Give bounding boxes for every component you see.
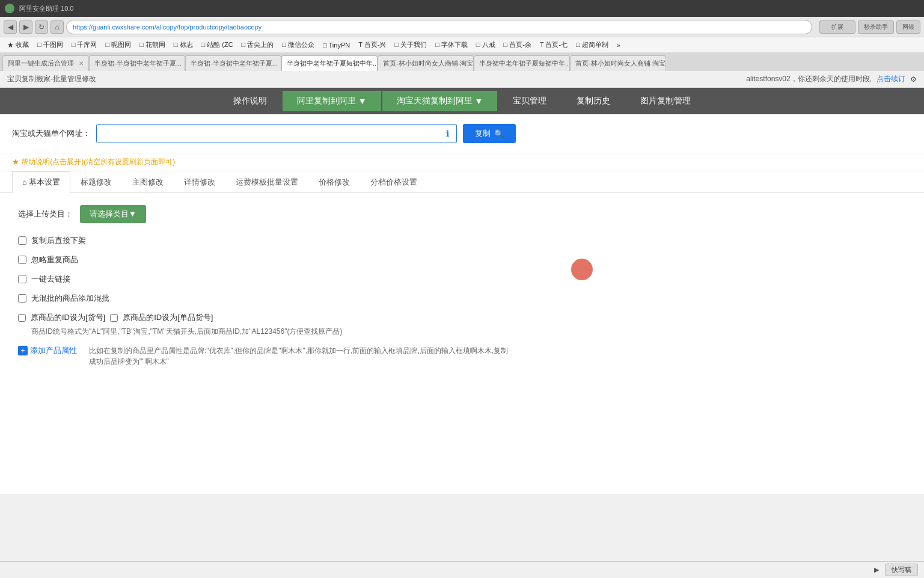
tab-price-edit[interactable]: 价格修改 — [308, 171, 360, 192]
url-label: 淘宝或天猫单个网址： — [12, 128, 90, 139]
url-input-wrap: ℹ — [96, 124, 457, 143]
bookmark-huachao[interactable]: □ 花朝网 — [136, 39, 169, 51]
nav-ali-to-ali-label: 阿里复制到阿里 — [297, 96, 356, 106]
checkbox-product-id-2[interactable] — [110, 314, 118, 322]
checkbox-ignore-duplicate-label: 忽略重复商品 — [31, 254, 78, 265]
checkbox-row-0: 复制后直接下架 — [18, 235, 906, 246]
attr-description: 比如在复制的商品里产品属性是品牌:"优衣库";但你的品牌是"啊木木",那你就加一… — [89, 345, 510, 367]
bookmarks-bar: ★ 收藏 □ 千图网 □ 千库网 □ 昵图网 □ 花朝网 □ 标志 □ 站酷 (… — [0, 37, 924, 53]
tab-0-label: 阿里一键生成后台管理 — [8, 59, 74, 68]
bookmark-shejianleft[interactable]: □ 舌尖上的 — [238, 39, 278, 51]
bookmark-qiantu[interactable]: □ 千图网 — [34, 39, 67, 51]
add-attr-link[interactable]: + 添加产品属性 — [18, 345, 77, 356]
checkbox-add-batch[interactable] — [18, 294, 26, 303]
bookmark-bajie[interactable]: □ 八戒 — [473, 39, 499, 51]
address-bar[interactable] — [66, 20, 812, 34]
tab-5[interactable]: 半身裙中老年裙子夏短裙中年... ✕ — [474, 55, 570, 71]
checkbox-remove-link[interactable] — [18, 275, 26, 283]
url-area: 淘宝或天猫单个网址： ℹ 复制 🔍 — [0, 114, 924, 153]
checkbox-ignore-duplicate[interactable] — [18, 256, 26, 264]
tab-main-image[interactable]: 主图修改 — [122, 171, 174, 192]
nav-taobao-to-ali[interactable]: 淘宝天猫复制到阿里 ▼ — [382, 91, 498, 111]
url-input[interactable] — [97, 125, 438, 143]
browser-title: 阿里安全助理 10.0 — [19, 4, 73, 13]
category-button[interactable]: 请选择类目▼ — [80, 205, 146, 223]
checkbox-product-id-1[interactable] — [18, 314, 26, 322]
nav-instructions-label: 操作说明 — [233, 96, 267, 106]
bookmark-wechat[interactable]: □ 微信公众 — [278, 39, 318, 51]
renew-link[interactable]: 点击续订 — [877, 74, 905, 84]
checkbox-row-1: 忽略重复商品 — [18, 254, 906, 265]
category-row: 选择上传类目： 请选择类目▼ — [18, 205, 906, 223]
tab-6[interactable]: 首页-林小姐时尚女人商铺-淘宝... ✕ — [570, 55, 666, 71]
tab-0[interactable]: 阿里一键生成后台管理 ✕ — [2, 55, 89, 71]
tab-0-close[interactable]: ✕ — [79, 60, 84, 67]
tab-shipping-template-label: 运费模板批量设置 — [236, 177, 298, 188]
bookmark-more[interactable]: » — [613, 40, 624, 50]
product-id-note: 商品ID统号格式为"AL"阿里,"TB"淘宝,"TM"天猫开头,后面加商品ID,… — [18, 327, 906, 337]
tab-shipping-template[interactable]: 运费模板批量设置 — [225, 171, 308, 192]
checkbox-offline[interactable] — [18, 236, 26, 245]
bookmark-font[interactable]: □ 字体下载 — [432, 39, 471, 51]
settings-icon[interactable]: ⚙ — [910, 75, 917, 84]
tab-1[interactable]: 半身裙-半身裙中老年裙子夏... ✕ — [89, 55, 185, 71]
tab-2[interactable]: 半身裙-半身裙中老年裙子夏... ✕ — [185, 55, 281, 71]
bookmark-tinypn[interactable]: □ TinyPN — [319, 40, 353, 50]
refresh-button[interactable]: ↻ — [35, 20, 48, 34]
extensions-button[interactable]: 扩展 — [819, 20, 855, 34]
top-info-bar: 宝贝复制搬家-批量管理修改 alitestfonsv02，你还剩余天的使用时段,… — [0, 71, 924, 88]
nav-copy-history[interactable]: 复制历史 — [562, 91, 625, 111]
page-title: 宝贝复制搬家-批量管理修改 — [7, 74, 96, 84]
tab-3-label: 半身裙中老年裙子夏短裙中年... — [287, 59, 378, 68]
forward-button[interactable]: ▶ — [19, 20, 32, 34]
nav-product-mgmt[interactable]: 宝贝管理 — [498, 91, 561, 111]
product-id-row: 原商品的ID设为[货号] 原商品的ID设为[单品货号] — [18, 312, 906, 323]
product-id-label-1: 原商品的ID设为[货号] — [31, 312, 105, 323]
network-button[interactable]: 网银 — [896, 20, 920, 34]
bookmark-nitu[interactable]: □ 昵图网 — [102, 39, 135, 51]
nav-instructions[interactable]: 操作说明 — [219, 91, 281, 111]
help-link[interactable]: ★ 帮助说明(点击展开)(清空所有设置刷新页面即可) — [12, 158, 175, 166]
nav-ali-to-ali[interactable]: 阿里复制到阿里 ▼ — [283, 91, 381, 111]
tab-title-edit[interactable]: 标题修改 — [70, 171, 122, 192]
tab-tier-price[interactable]: 分档价格设置 — [360, 171, 427, 192]
bookmark-logo[interactable]: □ 标志 — [170, 39, 197, 51]
checkbox-offline-label: 复制后直接下架 — [31, 235, 86, 246]
tab-tier-price-label: 分档价格设置 — [370, 177, 417, 188]
bookmark-about[interactable]: □ 关于我们 — [391, 39, 430, 51]
bookmark-home1[interactable]: T 首页-兴 — [355, 39, 390, 51]
top-info-right: alitestfonsv02，你还剩余天的使用时段, 点击续订 ⚙ — [746, 74, 917, 84]
home-button[interactable]: ⌂ — [50, 20, 64, 34]
bookmark-qianku[interactable]: □ 千库网 — [68, 39, 101, 51]
checkbox-row-3: 无混批的商品添加混批 — [18, 293, 906, 304]
bookmark-zcool[interactable]: □ 站酷 (ZC — [198, 39, 237, 51]
user-info-text: alitestfonsv02，你还剩余天的使用时段, — [746, 74, 872, 84]
tab-4[interactable]: 首页-林小姐时尚女人商铺-淘宝... ✕ — [378, 55, 474, 71]
nav-ali-to-ali-arrow: ▼ — [358, 96, 367, 106]
nav-image-copy-label: 图片复制管理 — [640, 96, 691, 106]
nav-taobao-to-ali-label: 淘宝天猫复制到阿里 — [397, 96, 473, 106]
tab-6-label: 首页-林小姐时尚女人商铺-淘宝... — [575, 59, 666, 68]
search-icon: 🔍 — [494, 129, 504, 138]
search-button[interactable]: 复制 🔍 — [463, 124, 516, 143]
nav-image-copy[interactable]: 图片复制管理 — [626, 91, 705, 111]
tab-basic-settings-label: 基本设置 — [29, 177, 60, 188]
tab-1-label: 半身裙-半身裙中老年裙子夏... — [94, 59, 182, 68]
back-button[interactable]: ◀ — [4, 20, 17, 34]
url-info-icon[interactable]: ℹ — [438, 125, 456, 143]
bookmark-favorites[interactable]: ★ 收藏 — [4, 39, 32, 51]
page-content: 宝贝复制搬家-批量管理修改 alitestfonsv02，你还剩余天的使用时段,… — [0, 71, 924, 494]
helper-button[interactable]: 秒杀助手 — [858, 20, 894, 34]
tab-3[interactable]: 半身裙中老年裙子夏短裙中年... ✕ — [281, 55, 378, 71]
add-attr-row: + 添加产品属性 比如在复制的商品里产品属性是品牌:"优衣库";但你的品牌是"啊… — [18, 345, 906, 367]
tab-bar: 阿里一键生成后台管理 ✕ 半身裙-半身裙中老年裙子夏... ✕ 半身裙-半身裙中… — [0, 53, 924, 71]
home-icon: ⌂ — [22, 178, 26, 186]
bookmark-home2[interactable]: □ 首页-余 — [500, 39, 535, 51]
tab-detail-edit[interactable]: 详情修改 — [174, 171, 225, 192]
add-attr-label: 添加产品属性 — [30, 345, 77, 356]
bookmark-simple[interactable]: □ 超简单制 — [572, 39, 612, 51]
bookmark-home3[interactable]: T 首页-七 — [536, 39, 571, 51]
tab-basic-settings[interactable]: ⌂ 基本设置 — [12, 171, 70, 193]
nav-taobao-to-ali-arrow: ▼ — [475, 96, 483, 106]
add-attr-icon: + — [18, 346, 28, 355]
